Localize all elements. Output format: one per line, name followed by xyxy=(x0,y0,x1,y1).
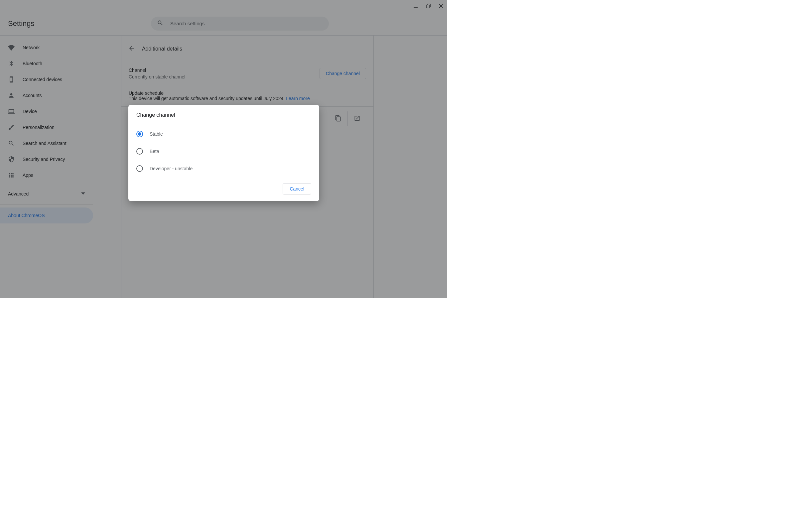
dialog-title: Change channel xyxy=(136,112,311,118)
modal-overlay[interactable]: Change channel Stable Beta Developer - u… xyxy=(0,0,447,298)
change-channel-dialog: Change channel Stable Beta Developer - u… xyxy=(128,105,319,201)
channel-option-label: Developer - unstable xyxy=(150,166,192,171)
channel-option-beta[interactable]: Beta xyxy=(136,142,311,160)
channel-option-stable[interactable]: Stable xyxy=(136,125,311,142)
channel-option-label: Beta xyxy=(150,149,159,154)
cancel-button[interactable]: Cancel xyxy=(283,183,311,194)
radio-checked-icon xyxy=(136,131,143,137)
radio-unchecked-icon xyxy=(136,148,143,155)
channel-option-developer[interactable]: Developer - unstable xyxy=(136,160,311,177)
radio-unchecked-icon xyxy=(136,165,143,172)
channel-option-label: Stable xyxy=(150,131,163,137)
